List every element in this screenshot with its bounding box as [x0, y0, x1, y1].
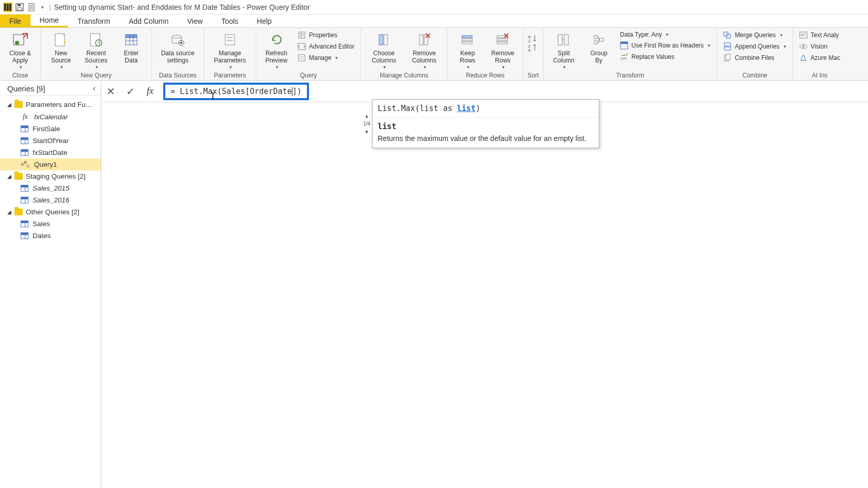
manage-icon — [298, 54, 306, 62]
fx-button[interactable]: fx — [141, 81, 160, 102]
table-icon — [21, 185, 28, 192]
svg-point-11 — [172, 35, 181, 38]
remove-rows-button[interactable]: Remove Rows▾ — [487, 30, 519, 70]
enter-data-button[interactable]: Enter Data — [115, 30, 147, 65]
keep-rows-button[interactable]: Keep Rows▾ — [452, 30, 484, 70]
formula-text-closing: ]) — [292, 87, 302, 96]
ribbon-group-ai: Text Analy Vision Azure Mac AI Ins — [793, 28, 846, 80]
cancel-formula-button[interactable]: ✕ — [101, 81, 121, 102]
queries-title: Queries [9] — [7, 84, 45, 93]
azure-ml-button[interactable]: Azure Mac — [797, 53, 842, 63]
svg-rect-40 — [599, 38, 603, 41]
text-analytics-button[interactable]: Text Analy — [797, 30, 842, 40]
manage-parameters-button[interactable]: Manage Parameters▾ — [208, 30, 252, 70]
text-analytics-label: Text Analy — [811, 32, 839, 39]
collapse-panel-icon[interactable]: ‹ — [93, 84, 96, 93]
recent-sources-button[interactable]: Recent Sources▾ — [80, 30, 112, 70]
tree-item-sales-2016[interactable]: Sales_2016 — [0, 194, 101, 206]
remove-rows-icon — [494, 32, 512, 48]
sort-asc-button[interactable]: AZ — [528, 34, 536, 42]
group-label-sort: Sort — [528, 71, 539, 79]
intellisense-pager[interactable]: ▴ 1/4 ▾ — [363, 113, 370, 135]
group-label-query: Query — [260, 71, 357, 79]
manage-label: Manage — [309, 54, 331, 61]
function-icon: fx — [21, 113, 30, 121]
ribbon-group-data-sources: Data source settings Data Sources — [152, 28, 204, 80]
svg-point-53 — [802, 45, 804, 48]
vision-button[interactable]: Vision — [797, 41, 842, 52]
table-icon — [21, 149, 28, 156]
tree-group-other[interactable]: ◢Other Queries [2] — [0, 206, 101, 218]
replace-values-button[interactable]: 12Replace Values — [618, 52, 712, 62]
tree-group-staging[interactable]: ◢Staging Queries [2] — [0, 170, 101, 182]
tab-home[interactable]: Home — [30, 14, 68, 27]
tab-transform[interactable]: Transform — [68, 14, 119, 27]
tab-help[interactable]: Help — [247, 14, 281, 27]
tree-group-label: Other Queries [2] — [26, 208, 80, 216]
merge-queries-button[interactable]: Merge Queries▾ — [721, 30, 788, 40]
tree-item-label: Sales_2016 — [33, 196, 69, 204]
vision-icon — [799, 42, 808, 51]
recent-sources-label: Recent Sources — [85, 50, 107, 65]
data-type-button[interactable]: Data Type: Any▾ — [618, 30, 712, 39]
tree-item-query1[interactable]: ABCQuery1 — [0, 159, 101, 170]
intellisense-tooltip: ▴ 1/4 ▾ List.Max(list as list) list Retu… — [372, 99, 599, 148]
vision-label: Vision — [811, 43, 827, 50]
tab-file[interactable]: File — [0, 14, 30, 27]
tree-item-sales-2015[interactable]: Sales_2015 — [0, 182, 101, 194]
first-row-label: Use First Row as Headers — [631, 42, 704, 49]
replace-icon: 12 — [620, 53, 628, 61]
tab-add-column[interactable]: Add Column — [119, 14, 178, 27]
manage-query-button[interactable]: Manage▾ — [296, 53, 357, 63]
save-icon[interactable] — [16, 3, 24, 11]
tree-item-dates[interactable]: Dates — [0, 230, 101, 242]
keep-rows-label: Keep Rows — [460, 50, 475, 65]
svg-rect-51 — [800, 32, 807, 38]
tree-item-label: FirstSale — [33, 125, 60, 133]
chevron-up-icon[interactable]: ▴ — [365, 113, 368, 119]
chevron-down-icon[interactable]: ▾ — [365, 129, 368, 135]
svg-rect-28 — [462, 42, 472, 44]
refresh-preview-button[interactable]: Refresh Preview▾ — [260, 30, 292, 70]
merge-label: Merge Queries — [735, 32, 776, 39]
advanced-editor-button[interactable]: Advanced Editor — [296, 41, 357, 52]
append-label: Append Queries — [735, 43, 780, 50]
properties-button[interactable]: Properties — [296, 30, 357, 40]
remove-columns-button[interactable]: Remove Columns▾ — [406, 30, 443, 70]
sort-desc-button[interactable]: ZA — [528, 43, 536, 52]
close-apply-button[interactable]: Close & Apply▾ — [4, 30, 36, 70]
tree-item-label: StartOfYear — [33, 137, 69, 145]
new-source-button[interactable]: New Source▾ — [45, 30, 77, 70]
tree-item-label: Sales — [33, 220, 50, 228]
accept-formula-button[interactable]: ✓ — [121, 81, 141, 102]
append-queries-button[interactable]: Append Queries▾ — [721, 41, 788, 52]
tree-item-sales[interactable]: Sales — [0, 218, 101, 230]
tab-tools[interactable]: Tools — [212, 14, 247, 27]
replace-label: Replace Values — [631, 53, 674, 60]
combine-files-button[interactable]: Combine Files — [721, 53, 788, 63]
formula-text-char: e — [287, 87, 292, 96]
tab-view[interactable]: View — [178, 14, 212, 27]
qat-dropdown-icon[interactable]: ▾ — [41, 5, 44, 10]
split-column-button[interactable]: Split Column▾ — [548, 30, 580, 70]
first-row-headers-button[interactable]: Use First Row as Headers▾ — [618, 40, 712, 51]
tree-item-startofyear[interactable]: StartOfYear — [0, 135, 101, 147]
keep-rows-icon — [459, 32, 476, 48]
tree-item-firstsale[interactable]: FirstSale — [0, 123, 101, 135]
document-icon[interactable] — [28, 3, 36, 11]
group-by-button[interactable]: Group By — [583, 30, 615, 65]
group-label-data-sources: Data Sources — [156, 71, 199, 79]
tree-item-fxcalendar[interactable]: fxfxCalendar — [0, 111, 101, 123]
formula-input[interactable]: = List.Max(Sales[OrderDate]) I — [163, 83, 309, 100]
tree-item-fxstartdate[interactable]: fxStartDate — [0, 147, 101, 159]
choose-columns-button[interactable]: Choose Columns▾ — [365, 30, 402, 70]
tree-group-parameters[interactable]: ◢Parameters and Fu… — [0, 99, 101, 111]
svg-rect-10 — [126, 35, 137, 38]
data-source-settings-button[interactable]: Data source settings — [156, 30, 199, 65]
choose-columns-label: Choose Columns — [371, 50, 396, 65]
intellisense-param: list — [373, 118, 599, 132]
sort-desc-icon: ZA — [528, 43, 536, 52]
svg-rect-2 — [18, 8, 22, 10]
sig-list-keyword[interactable]: list — [457, 104, 476, 113]
svg-rect-19 — [299, 55, 305, 61]
